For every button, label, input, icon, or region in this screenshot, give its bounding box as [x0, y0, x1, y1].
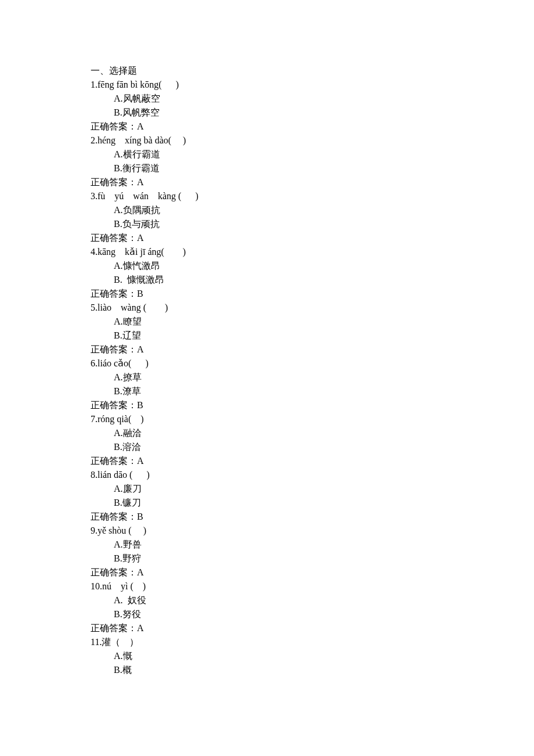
- answer-value: A: [137, 567, 144, 577]
- question-line: 6.liáo cǎo( ): [91, 357, 534, 370]
- question-number: 8: [91, 470, 95, 480]
- answer-label: 正确答案：: [91, 512, 137, 521]
- option-text: B.风帆弊空: [114, 107, 160, 117]
- question-line: 1.fēng fān bì kōng( ): [91, 78, 534, 92]
- question-pinyin: liáo cǎo( ): [98, 358, 149, 368]
- answer-line: 正确答案：A: [91, 621, 534, 635]
- option-text: B. 慷慨激昂: [114, 275, 164, 285]
- answer-line: 正确答案：B: [91, 510, 534, 524]
- question-line: 4.kāng kǎi jī áng( ): [91, 245, 534, 259]
- answer-line: 正确答案：A: [91, 231, 534, 245]
- option-text: B.溶洽: [114, 442, 141, 452]
- option-line: A. 奴役: [91, 593, 534, 607]
- option-text: A.廉刀: [114, 484, 142, 494]
- answer-label: 正确答案：: [91, 177, 137, 187]
- section-title: 一、选择题: [91, 64, 534, 78]
- answer-label: 正确答案：: [91, 233, 137, 243]
- option-text: B.概: [114, 665, 132, 675]
- question-number: 6: [91, 358, 95, 368]
- option-text: A.负隅顽抗: [114, 205, 160, 215]
- answer-line: 正确答案：A: [91, 120, 534, 134]
- option-text: A.横行霸道: [114, 149, 160, 159]
- question-number: 5: [91, 303, 95, 312]
- option-text: B.负与顽抗: [114, 219, 160, 229]
- answer-line: 正确答案：A: [91, 343, 534, 357]
- question-pinyin: 灌（ ）: [102, 637, 139, 647]
- option-text: B.努役: [114, 609, 141, 619]
- answer-label: 正确答案：: [91, 289, 137, 298]
- answer-value: A: [137, 344, 144, 354]
- option-line: B.辽望: [91, 329, 534, 343]
- answer-line: 正确答案：A: [91, 175, 534, 189]
- question-number: 3: [91, 191, 95, 201]
- option-line: B.负与顽抗: [91, 217, 534, 231]
- question-number: 4: [91, 247, 95, 257]
- answer-label: 正确答案：: [91, 344, 137, 354]
- answer-label: 正确答案：: [91, 623, 137, 633]
- option-line: A.撩草: [91, 370, 534, 384]
- question-line: 11.灌（ ）: [91, 635, 534, 649]
- question-line: 3.fù yú wán kàng ( ): [91, 189, 534, 203]
- option-line: B.概: [91, 663, 534, 677]
- option-line: B.潦草: [91, 384, 534, 398]
- option-line: A.融洽: [91, 426, 534, 440]
- answer-value: B: [137, 400, 143, 410]
- option-line: A.横行霸道: [91, 147, 534, 161]
- answer-value: A: [137, 623, 144, 633]
- option-text: B.潦草: [114, 386, 141, 396]
- option-text: B.辽望: [114, 330, 141, 340]
- answer-value: B: [137, 512, 143, 521]
- question-pinyin: liào wàng ( ): [98, 303, 168, 312]
- question-number: 10: [91, 581, 100, 591]
- question-line: 2.héng xíng bà dào( ): [91, 134, 534, 147]
- question-number: 1: [91, 80, 95, 89]
- option-line: B.努役: [91, 607, 534, 621]
- answer-line: 正确答案：B: [91, 287, 534, 301]
- option-text: B.衡行霸道: [114, 163, 160, 173]
- answer-value: A: [137, 121, 144, 131]
- option-line: A.瞭望: [91, 315, 534, 329]
- answer-line: 正确答案：B: [91, 398, 534, 412]
- option-line: A.风帆蔽空: [91, 92, 534, 106]
- question-pinyin: lián dāo ( ): [98, 470, 150, 480]
- question-pinyin: róng qià( ): [98, 414, 144, 424]
- question-pinyin: kāng kǎi jī áng( ): [98, 247, 186, 257]
- question-pinyin: nú yì ( ): [102, 581, 146, 591]
- option-line: A.负隅顽抗: [91, 203, 534, 217]
- question-number: 11: [91, 637, 99, 647]
- option-line: B.野狩: [91, 552, 534, 566]
- option-line: A.慨: [91, 649, 534, 663]
- question-pinyin: héng xíng bà dào( ): [98, 135, 186, 145]
- option-text: A.野兽: [114, 539, 142, 549]
- answer-label: 正确答案：: [91, 456, 137, 466]
- option-text: A.风帆蔽空: [114, 93, 160, 103]
- question-pinyin: yě shòu ( ): [98, 525, 146, 535]
- option-text: A.融洽: [114, 428, 142, 438]
- answer-value: A: [137, 177, 144, 187]
- option-text: A.慨: [114, 651, 132, 661]
- question-number: 2: [91, 135, 95, 145]
- answer-value: A: [137, 233, 144, 243]
- question-number: 7: [91, 414, 95, 424]
- option-line: B.衡行霸道: [91, 161, 534, 175]
- option-text: A.撩草: [114, 372, 142, 382]
- question-line: 7.róng qià( ): [91, 412, 534, 426]
- option-line: A.廉刀: [91, 482, 534, 496]
- option-text: A.瞭望: [114, 316, 142, 326]
- question-line: 9.yě shòu ( ): [91, 524, 534, 538]
- option-text: B.野狩: [114, 553, 141, 563]
- answer-value: A: [137, 456, 144, 466]
- question-line: 5.liào wàng ( ): [91, 301, 534, 315]
- answer-label: 正确答案：: [91, 567, 137, 577]
- option-line: B. 慷慨激昂: [91, 273, 534, 287]
- option-line: A.野兽: [91, 538, 534, 552]
- question-pinyin: fēng fān bì kōng( ): [98, 80, 179, 89]
- questions-container: 1.fēng fān bì kōng( )A.风帆蔽空B.风帆弊空正确答案：A2…: [91, 78, 534, 677]
- question-pinyin: fù yú wán kàng ( ): [98, 191, 199, 201]
- option-text: B.镰刀: [114, 498, 141, 507]
- answer-label: 正确答案：: [91, 121, 137, 131]
- option-line: A.慷忾激昂: [91, 259, 534, 273]
- option-line: B.溶洽: [91, 440, 534, 454]
- option-line: B.风帆弊空: [91, 106, 534, 120]
- question-line: 8.lián dāo ( ): [91, 468, 534, 482]
